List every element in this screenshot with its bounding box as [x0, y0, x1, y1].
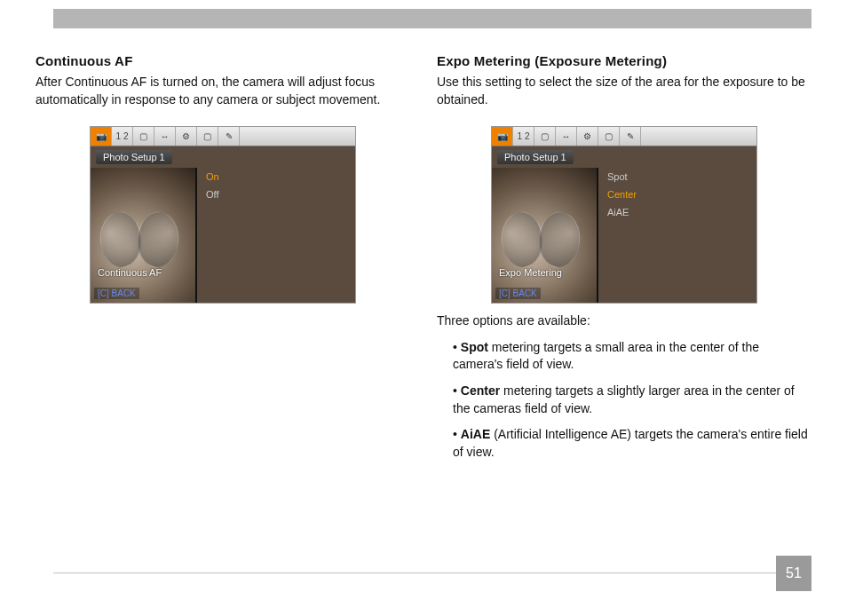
bullet-center-text: metering targets a slightly larger area … [453, 383, 795, 415]
option-list: On Off [197, 168, 355, 203]
menu-tabs: 📷 1 2 ▢ ↔ ⚙ ▢ ✎ [492, 127, 756, 146]
back-hint: [C] BACK [94, 288, 139, 299]
option-center: Center [598, 186, 756, 203]
header-bar [53, 9, 811, 28]
page-number: 51 [776, 556, 811, 591]
tab-icon: ↔ [154, 127, 176, 146]
menu-section-label: Expo Metering [499, 267, 562, 278]
tab-12: 1 2 [513, 127, 534, 146]
butterfly-graphic [99, 212, 179, 274]
left-column: Continuous AF After Continuous AF is tur… [36, 53, 410, 470]
continuous-af-heading: Continuous AF [36, 53, 410, 68]
menu-tabs: 📷 1 2 ▢ ↔ ⚙ ▢ ✎ [91, 127, 355, 146]
tab-icon: ▢ [197, 127, 218, 146]
two-column-layout: Continuous AF After Continuous AF is tur… [36, 0, 811, 470]
options-bullets: • Spot metering targets a small area in … [437, 339, 811, 462]
menu-left-bg [492, 168, 597, 303]
option-aiae: AiAE [598, 203, 756, 221]
tab-icon: ▢ [133, 127, 154, 146]
expo-metering-body: Use this setting to select the size of t… [437, 74, 811, 108]
tab-icon: ⚙ [176, 127, 197, 146]
footer-rule [53, 573, 776, 573]
camera-tab-icon: 📷 [492, 127, 513, 146]
bullet-spot-text: metering targets a small area in the cen… [453, 340, 759, 372]
tab-icon: ✎ [620, 127, 641, 146]
expo-metering-heading: Expo Metering (Exposure Metering) [437, 53, 811, 68]
camera-tab-icon: 📷 [91, 127, 112, 146]
tab-icon: ▢ [534, 127, 556, 146]
continuous-af-screenshot: 📷 1 2 ▢ ↔ ⚙ ▢ ✎ Photo Setup 1 Continuous… [90, 126, 356, 304]
breadcrumb-photo-setup: Photo Setup 1 [497, 150, 574, 164]
tab-12: 1 2 [112, 127, 133, 146]
breadcrumb-photo-setup: Photo Setup 1 [96, 150, 172, 164]
right-column: Expo Metering (Exposure Metering) Use th… [437, 53, 811, 470]
butterfly-graphic [501, 212, 581, 274]
bullet-aiae-label: AiAE [461, 427, 490, 441]
tab-icon: ↔ [556, 127, 577, 146]
bullet-spot: • Spot metering targets a small area in … [453, 339, 811, 374]
tab-icon: ✎ [218, 127, 240, 146]
menu-left-bg [91, 168, 195, 303]
option-list: Spot Center AiAE [598, 168, 756, 221]
bullet-spot-label: Spot [461, 340, 488, 354]
option-spot: Spot [598, 168, 756, 186]
continuous-af-body: After Continuous AF is turned on, the ca… [36, 74, 410, 108]
option-off: Off [197, 186, 355, 203]
bullet-center-label: Center [461, 383, 500, 398]
bullet-aiae: • AiAE (Artificial Intelligence AE) targ… [453, 426, 811, 461]
manual-page: Continuous AF After Continuous AF is tur… [0, 0, 847, 616]
bullet-center: • Center metering targets a slightly lar… [453, 383, 811, 417]
bullet-aiae-text: (Artificial Intelligence AE) targets the… [453, 427, 808, 459]
option-on: On [197, 168, 355, 186]
tab-icon: ▢ [598, 127, 620, 146]
tab-icon: ⚙ [577, 127, 598, 146]
menu-section-label: Continuous AF [98, 267, 162, 278]
back-hint: [C] BACK [495, 288, 541, 299]
options-intro: Three options are available: [437, 312, 811, 330]
expo-metering-screenshot: 📷 1 2 ▢ ↔ ⚙ ▢ ✎ Photo Setup 1 Expo Meter… [491, 126, 757, 304]
